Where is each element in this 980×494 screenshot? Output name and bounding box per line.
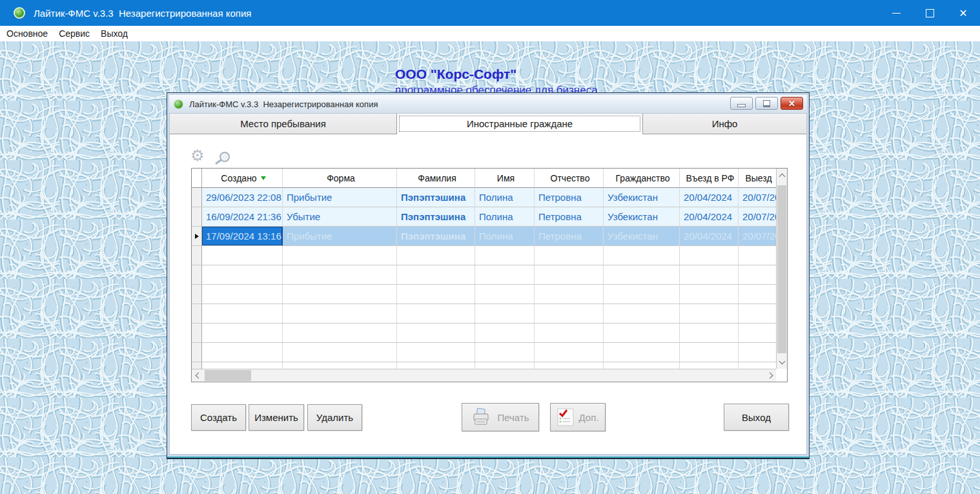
print-button[interactable]: Печать [462,403,539,431]
scroll-up-icon[interactable] [777,170,788,181]
scroll-left-icon[interactable] [192,370,203,381]
column-header-label: Создано [221,173,256,183]
dialog-titlebar[interactable]: Лайтик-ФМС v.3.3 Незарегистрированная ко… [169,95,807,113]
dialog-maximize-button[interactable] [755,97,778,110]
cell-name[interactable]: Полина [475,227,535,246]
tab-label: Инфо [712,118,738,129]
grid-header-row: Создано Форма Фамилия Имя Отчество Гражд… [192,169,776,188]
vertical-scrollbar[interactable] [776,169,787,369]
horizontal-scroll-thumb[interactable] [205,370,251,381]
tab-foreign-citizens[interactable]: Иностранные граждане [397,114,643,134]
empty-row [192,265,776,285]
tab-place-of-stay[interactable]: Место пребывания [170,114,397,134]
extra-button[interactable]: Доп. [550,403,606,431]
empty-row [192,304,776,324]
empty-row [192,285,776,304]
app-icon [14,7,25,19]
column-header-name[interactable]: Имя [475,169,535,188]
column-header-created[interactable]: Создано [202,169,283,188]
cell-citizenship[interactable]: Узбекистан [604,227,680,246]
close-icon: ✕ [959,7,967,19]
dialog-app-icon [174,99,183,109]
delete-button[interactable]: Удалить [307,404,362,431]
tab-focus-rect [399,116,640,132]
cell-created-focused[interactable]: 17/09/2024 13:16 [202,227,283,246]
desktop-background: ООО "Корс-Софт" программное обеспечение … [0,41,980,494]
row-indicator [192,188,202,207]
exit-button-label: Выход [742,412,771,423]
empty-row [192,246,776,265]
cell-name[interactable]: Полина [475,207,535,227]
column-header-exit[interactable]: Выезд [739,169,776,188]
cell-patronymic[interactable]: Петровна [535,227,604,246]
cell-created[interactable]: 16/09/2024 21:36 [202,207,283,227]
tab-info[interactable]: Инфо [643,114,806,134]
maximize-button[interactable] [913,0,946,26]
printer-icon [471,407,491,427]
data-grid: Создано Форма Фамилия Имя Отчество Гражд… [191,168,788,382]
tab-label: Место пребывания [240,118,326,129]
print-button-label: Печать [497,412,529,423]
table-row[interactable]: 16/09/2024 21:36 Убытие Пэпэптэшина Поли… [192,207,776,227]
checklist-icon [557,408,574,426]
column-header-entry[interactable]: Въезд в РФ [680,169,739,188]
dialog-close-button[interactable]: ✕ [781,97,803,110]
main-window-title: Лайтик-ФМС v.3.3 Незарегистрированная ко… [34,8,251,19]
cell-form[interactable]: Прибытие [283,188,397,207]
empty-row [192,362,776,369]
delete-button-label: Удалить [316,412,353,423]
menu-main[interactable]: Основное [6,28,48,39]
row-indicator [192,207,202,227]
create-button[interactable]: Создать [191,404,246,431]
cell-created[interactable]: 29/06/2023 22:08 [202,188,283,207]
search-icon[interactable] [214,150,232,166]
cell-name[interactable]: Полина [475,188,535,207]
cell-form[interactable]: Прибытие [283,227,397,246]
cell-citizenship[interactable]: Узбекистан [604,207,680,227]
column-header-patronymic[interactable]: Отчество [535,169,604,188]
create-button-label: Создать [200,412,237,423]
cell-surname[interactable]: Пэпэптэшина [397,188,475,207]
grid-header-indicator [192,169,202,188]
column-header-citizenship[interactable]: Гражданство [604,169,680,188]
cell-entry[interactable]: 20/04/2024 [680,207,739,227]
brand-title: ООО "Корс-Софт" [395,67,598,82]
sort-desc-icon [261,176,266,180]
menu-service[interactable]: Сервис [59,28,90,39]
cell-exit[interactable]: 20/07/2024 [739,207,776,227]
cell-exit[interactable]: 20/07/2024 [739,188,776,207]
dialog-close-icon: ✕ [788,99,795,108]
main-titlebar: Лайтик-ФМС v.3.3 Незарегистрированная ко… [0,0,980,26]
vertical-scroll-thumb[interactable] [777,185,786,353]
cell-entry[interactable]: 20/04/2024 [680,227,739,246]
extra-button-label: Доп. [579,412,599,423]
settings-icon[interactable]: ⚙ [190,148,205,163]
table-row[interactable]: 29/06/2023 22:08 Прибытие Пэпэптэшина По… [192,188,776,207]
tabbar: Место пребывания Иностранные граждане Ин… [170,114,806,134]
edit-button[interactable]: Изменить [249,404,304,431]
scroll-down-icon[interactable] [777,356,788,367]
dialog-title: Лайтик-ФМС v.3.3 Незарегистрированная ко… [189,99,378,109]
cell-exit[interactable]: 20/07/2024 [739,227,776,246]
empty-row [192,343,776,362]
menu-exit[interactable]: Выход [101,28,128,39]
cell-patronymic[interactable]: Петровна [535,207,604,227]
edit-button-label: Изменить [254,412,298,423]
table-row-selected[interactable]: 17/09/2024 13:16 Прибытие Пэпэптэшина По… [192,227,776,246]
column-header-surname[interactable]: Фамилия [397,169,475,188]
cell-entry[interactable]: 20/04/2024 [680,188,739,207]
scroll-right-icon[interactable] [765,370,776,381]
current-row-indicator [192,227,202,246]
cell-citizenship[interactable]: Узбекистан [604,188,680,207]
dialog-minimize-button[interactable] [730,97,753,110]
minimize-button[interactable] [879,0,913,26]
cell-surname[interactable]: Пэпэптэшина [397,207,475,227]
menubar: Основное Сервис Выход [0,26,980,41]
cell-surname[interactable]: Пэпэптэшина [397,227,475,246]
cell-form[interactable]: Убытие [283,207,397,227]
column-header-form[interactable]: Форма [283,169,397,188]
close-button[interactable]: ✕ [946,0,980,26]
horizontal-scrollbar[interactable] [192,369,776,382]
exit-button[interactable]: Выход [724,404,789,431]
cell-patronymic[interactable]: Петровна [535,188,604,207]
